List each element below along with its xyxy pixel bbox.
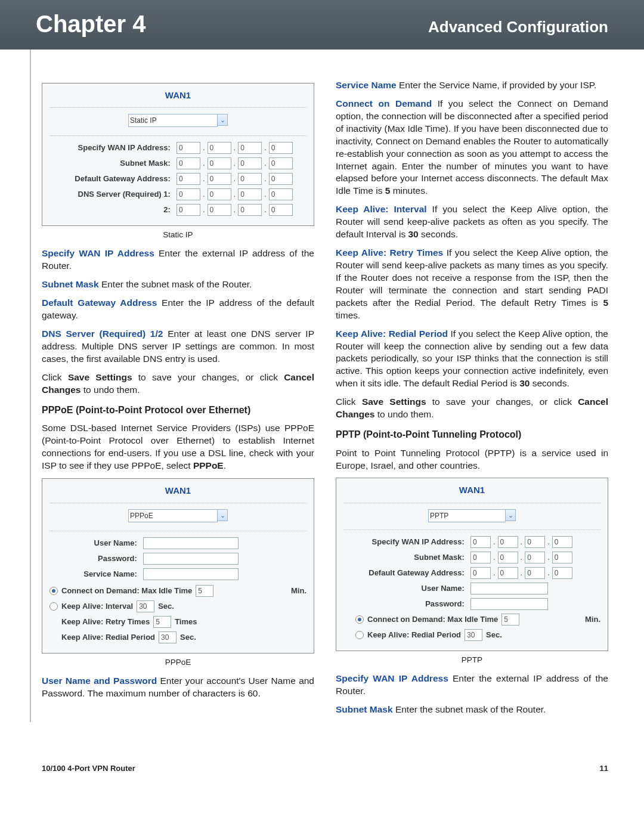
ip-octet[interactable] [177,142,200,154]
figure-caption: PPTP [336,655,608,665]
wan-type-select[interactable] [128,114,218,127]
ip-octet[interactable] [552,552,572,563]
ip-octet[interactable] [269,188,293,200]
left-column: WAN1 ⌄ Specify WAN IP Address: . . . [42,79,314,722]
term: Subnet Mask [42,279,99,289]
ip-octet[interactable] [552,567,572,579]
interval-input[interactable] [137,600,154,612]
radio-connect-on-demand[interactable] [355,615,364,624]
ip-octet[interactable] [269,142,293,154]
wan-type-select[interactable] [128,509,218,522]
chevron-down-icon[interactable]: ⌄ [217,114,228,126]
term: Subnet Mask [336,704,393,714]
ip-octet[interactable] [238,142,262,154]
ip-octet[interactable] [470,567,491,579]
ip-octet[interactable] [238,188,262,200]
figure-pptp: WAN1 ⌄ Specify WAN IP Address: . . . [336,478,608,651]
footer-page-number: 11 [600,764,608,773]
ip-octet[interactable] [208,142,231,154]
ip-octet[interactable] [208,188,231,200]
term: Specify WAN IP Address [336,673,448,683]
page-header: Chapter 4 Advanced Configuration [0,0,644,49]
ip-octet[interactable] [552,536,572,548]
service-input[interactable] [143,568,239,580]
term: Keep Alive: Redial Period [336,329,448,339]
page-body: WAN1 ⌄ Specify WAN IP Address: . . . [0,49,644,740]
page-footer: 10/100 4-Port VPN Router 11 [0,740,644,785]
user-input[interactable] [143,537,239,549]
chevron-down-icon[interactable]: ⌄ [217,509,228,521]
ip-octet[interactable] [208,157,231,169]
figure-static-ip: WAN1 ⌄ Specify WAN IP Address: . . . [42,83,314,226]
term: Default Gateway Address [42,298,157,308]
ip-octet[interactable] [525,552,545,563]
right-column: Service Name Enter the Service Name, if … [336,79,608,722]
label-pass: Password: [343,599,467,609]
ip-octet[interactable] [269,173,293,185]
radio-connect-on-demand[interactable] [49,587,58,595]
ip-octet[interactable] [525,567,545,579]
label-dns2: 2: [49,205,173,215]
label-gateway: Default Gateway Address: [343,568,467,578]
ip-octet[interactable] [177,157,200,169]
vertical-rule [30,49,31,722]
password-input[interactable] [470,598,548,610]
redial-input[interactable] [465,629,482,641]
ip-octet[interactable] [208,173,231,185]
ip-octet[interactable] [498,552,518,563]
label-dns1: DNS Server (Required) 1: [49,189,173,200]
header-subtitle: Advanced Configuration [428,18,608,36]
max-idle-input[interactable] [196,585,213,597]
label-service: Service Name: [49,569,140,580]
radio-keep-alive[interactable] [355,631,364,639]
term: Specify WAN IP Address [42,248,154,258]
ip-octet[interactable] [498,536,518,548]
subheading-pppoe: PPPoE (Point-to-Point Protocol over Ethe… [42,404,314,417]
term: Keep Alive: Retry Times [336,247,443,258]
ip-octet[interactable] [238,173,262,185]
label-specify-ip: Specify WAN IP Address: [343,537,467,547]
ip-octet[interactable] [177,204,200,216]
term: Connect on Demand [336,98,432,109]
figure-pppoe: WAN1 ⌄ User Name: Password: Service Name… [42,478,314,654]
figure-title: WAN1 [49,89,306,101]
retry-input[interactable] [153,616,171,628]
wan-type-select[interactable] [428,509,506,522]
user-input[interactable] [470,583,548,594]
figure-caption: PPPoE [42,657,314,668]
ip-octet[interactable] [470,536,491,548]
label-subnet: Subnet Mask: [49,158,173,169]
term: DNS Server (Required) 1/2 [42,329,163,339]
subheading-pptp: PPTP (Point-to-Point Tunneling Protocol) [336,428,608,441]
term: Service Name [336,80,397,90]
ip-octet[interactable] [238,157,262,169]
radio-keep-alive[interactable] [49,602,58,611]
footer-product: 10/100 4-Port VPN Router [42,764,135,773]
label-gateway: Default Gateway Address: [49,174,173,184]
label-user: User Name: [343,583,467,594]
ip-octet[interactable] [269,157,293,169]
figure-caption: Static IP [42,230,314,240]
label-subnet: Subnet Mask: [343,552,467,563]
label-user: User Name: [49,538,140,549]
chapter-title: Chapter 4 [36,11,146,38]
term: Keep Alive: Interval [336,204,427,214]
ip-octet[interactable] [208,204,231,216]
term: User Name and Password [42,676,157,686]
password-input[interactable] [143,553,239,565]
label-specify-ip: Specify WAN IP Address: [49,143,173,153]
chevron-down-icon[interactable]: ⌄ [505,509,516,521]
figure-title: WAN1 [49,485,306,497]
figure-title: WAN1 [343,484,600,496]
ip-octet[interactable] [177,173,200,185]
ip-octet[interactable] [238,204,262,216]
ip-octet[interactable] [470,552,491,563]
label-pass: Password: [49,553,140,564]
redial-input[interactable] [159,631,177,643]
ip-octet[interactable] [177,188,200,200]
ip-octet[interactable] [498,567,518,579]
max-idle-input[interactable] [501,614,519,625]
ip-octet[interactable] [525,536,545,548]
ip-octet[interactable] [269,204,293,216]
